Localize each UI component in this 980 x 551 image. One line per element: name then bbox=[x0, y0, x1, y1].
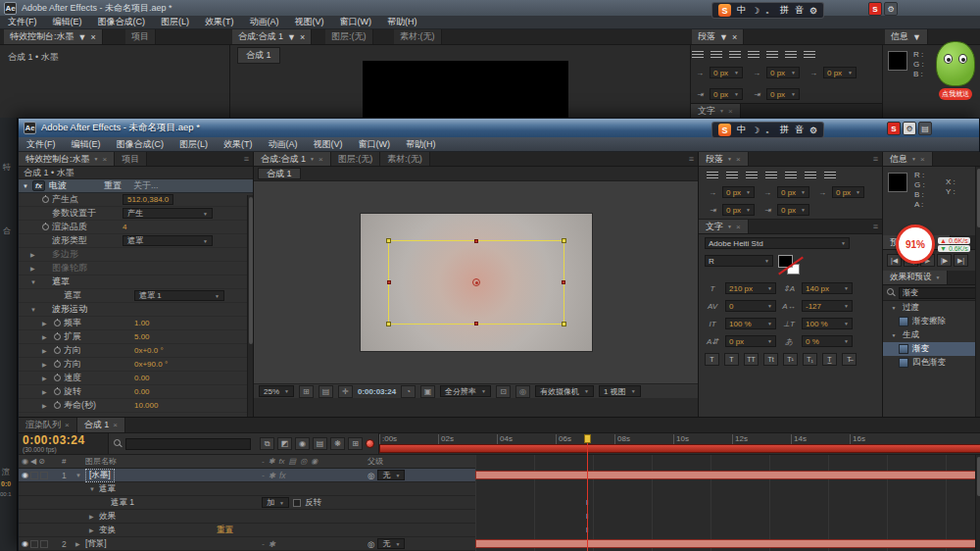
scrollbar[interactable] bbox=[975, 167, 980, 417]
menu-item[interactable]: 效果(T) bbox=[216, 138, 261, 151]
type-style-button[interactable]: TT bbox=[744, 353, 759, 366]
menu-item[interactable]: 图层(L) bbox=[172, 138, 216, 151]
comp-mini-tab[interactable]: 合成 1 bbox=[258, 168, 301, 179]
effect-point-icon[interactable] bbox=[472, 278, 480, 286]
margin-value[interactable]: 0 px bbox=[766, 88, 800, 100]
tsume-value[interactable]: 0 % bbox=[802, 335, 853, 347]
tray-tool-icon[interactable]: ⚙ bbox=[903, 122, 916, 135]
speed-monitor[interactable]: 91% ▲ 0.6K/s ▼ 0.6K/s bbox=[896, 225, 970, 264]
menu-item[interactable]: 帮助(H) bbox=[398, 138, 444, 151]
effect-property-row[interactable]: ▶ 多边形 bbox=[19, 248, 253, 262]
draft-3d-icon[interactable]: ◩ bbox=[277, 437, 292, 450]
close-icon[interactable]: × bbox=[732, 32, 737, 42]
ime-bar-top[interactable]: S 中 ☽ 。 拼 音 ⚙ bbox=[711, 2, 824, 19]
handle-right[interactable] bbox=[562, 280, 565, 284]
speed-percent-ball[interactable]: 91% bbox=[896, 225, 935, 264]
bg-comp-tab[interactable]: 合成 1 bbox=[237, 47, 280, 64]
mascot-promo-badge[interactable]: 点我就送 bbox=[939, 88, 972, 100]
menu-item[interactable]: 图像合成(C) bbox=[90, 16, 154, 28]
margin-value[interactable]: 0 px bbox=[777, 204, 809, 216]
menu-item[interactable]: 编辑(E) bbox=[64, 138, 109, 151]
align-center-icon[interactable] bbox=[726, 172, 738, 180]
menu-item[interactable]: 窗口(W) bbox=[332, 16, 380, 28]
stopwatch-icon[interactable] bbox=[54, 347, 61, 354]
margin-value[interactable]: 0 px bbox=[832, 186, 864, 198]
effect-property-row[interactable]: 渲染品质 4 bbox=[19, 221, 253, 234]
effect-property-row[interactable]: 波形类型 遮罩 bbox=[19, 234, 253, 248]
margin-value[interactable]: 0 px bbox=[710, 67, 743, 78]
layer-name[interactable]: [水墨] bbox=[85, 469, 115, 482]
justify-last-right-icon[interactable] bbox=[805, 172, 816, 180]
lock-toggle[interactable] bbox=[40, 540, 48, 548]
stopwatch-icon[interactable] bbox=[54, 388, 61, 395]
bg-tab-paragraph[interactable]: 段落▼× bbox=[692, 29, 744, 44]
scrollbar[interactable] bbox=[975, 455, 980, 551]
live-update-icon[interactable] bbox=[366, 439, 374, 448]
preset-item[interactable]: 四色渐变 bbox=[883, 356, 980, 370]
titlebar[interactable]: Ae Adobe After Effects - 未命名项目.aep * bbox=[19, 119, 979, 137]
margin-value[interactable]: 0 px bbox=[722, 204, 755, 216]
tray-sogou-icon[interactable]: S bbox=[868, 2, 882, 16]
align-right-icon[interactable] bbox=[729, 51, 741, 60]
effect-property-row[interactable]: 产生点 512.0,384.0 bbox=[19, 193, 253, 207]
tray-sogou-icon[interactable]: S bbox=[887, 122, 901, 135]
ime-pin[interactable]: 拼 bbox=[780, 4, 789, 17]
ime-mode[interactable]: 中 bbox=[737, 124, 746, 136]
justify-last-left-icon[interactable] bbox=[748, 51, 760, 60]
type-style-button[interactable]: T̶ bbox=[842, 353, 857, 366]
property-value[interactable]: 4 bbox=[122, 223, 126, 231]
twirl-icon[interactable]: ▼ bbox=[30, 307, 39, 313]
comp-timecode[interactable]: 0:00:03:24 bbox=[358, 387, 396, 396]
ime-punct[interactable]: 。 bbox=[765, 124, 774, 136]
menu-item[interactable]: 图像合成(C) bbox=[109, 138, 172, 151]
scrollbar[interactable] bbox=[247, 195, 253, 417]
fill-stroke-swatch[interactable] bbox=[778, 255, 802, 276]
hide-shy-icon[interactable]: ◉ bbox=[295, 437, 310, 450]
menu-item[interactable]: 文件(F) bbox=[19, 138, 64, 151]
twirl-icon[interactable]: ▶ bbox=[30, 265, 39, 272]
transparency-grid-icon[interactable]: ◎ bbox=[515, 385, 530, 398]
handle-top-right[interactable] bbox=[562, 238, 566, 243]
effect-property-row[interactable]: 参数设置于 产生 bbox=[19, 207, 253, 221]
twirl-closed-icon[interactable]: ▶ bbox=[89, 526, 99, 533]
parent-pickwhip-icon[interactable]: ◎ bbox=[368, 471, 374, 480]
effect-header-row[interactable]: ▼ fx 电波 重置 关于... bbox=[19, 179, 253, 193]
ime-yin[interactable]: 音 bbox=[795, 4, 804, 17]
horizontal-scale-value[interactable]: 100 % bbox=[802, 318, 853, 329]
effect-property-row[interactable]: ▶ 方向 0x+90.0 ° bbox=[19, 358, 253, 372]
effect-property-row[interactable]: ▶ 频率 1.00 bbox=[19, 317, 253, 330]
preset-item[interactable]: 渐变 bbox=[883, 342, 980, 356]
sogou-logo-icon[interactable]: S bbox=[718, 4, 731, 17]
ime-moon-icon[interactable]: ☽ bbox=[752, 125, 760, 135]
justify-last-center-icon[interactable] bbox=[766, 51, 778, 60]
tab-footage-viewer[interactable]: 素材:(无) bbox=[380, 152, 430, 166]
type-style-button[interactable]: Tt bbox=[763, 353, 778, 366]
menu-item[interactable]: 窗口(W) bbox=[351, 138, 399, 151]
view-layout-dropdown[interactable]: 1 视图 bbox=[599, 385, 641, 397]
camera-dropdown[interactable]: 有效摄像机 bbox=[535, 385, 594, 397]
menu-item[interactable]: 图层(L) bbox=[153, 16, 197, 28]
close-icon[interactable]: × bbox=[728, 107, 733, 116]
handle-bottom-right[interactable] bbox=[562, 322, 566, 326]
promo-mascot[interactable]: 点我就送 bbox=[931, 41, 980, 100]
close-icon[interactable]: × bbox=[102, 155, 107, 164]
track-area[interactable]: I I I bbox=[475, 455, 980, 551]
bg-tab-footage[interactable]: 素材:(无) bbox=[394, 29, 442, 44]
effect-about-link[interactable]: 关于... bbox=[133, 179, 159, 192]
sogou-logo-icon[interactable]: S bbox=[718, 124, 731, 136]
preset-item[interactable]: 渐变擦除 bbox=[883, 315, 980, 328]
tab-paragraph[interactable]: 段落▼× bbox=[699, 152, 749, 166]
property-value[interactable]: 产生 bbox=[122, 208, 213, 219]
type-style-button[interactable]: T¹ bbox=[783, 353, 798, 366]
crosshair-icon[interactable]: ✛ bbox=[338, 385, 353, 398]
margin-value[interactable]: 0 px bbox=[722, 186, 755, 198]
leading-value[interactable]: 140 px bbox=[802, 282, 853, 294]
menu-item[interactable]: 视图(V) bbox=[287, 16, 332, 28]
close-icon[interactable]: × bbox=[90, 32, 95, 42]
handle-bottom-left[interactable] bbox=[386, 322, 391, 326]
audio-toggle[interactable] bbox=[30, 472, 38, 479]
property-value[interactable]: 遮罩 1 bbox=[134, 290, 224, 301]
panel-menu-icon[interactable]: ≡ bbox=[685, 152, 698, 166]
stopwatch-icon[interactable] bbox=[54, 402, 61, 409]
mask-name[interactable]: 遮罩 1 bbox=[111, 497, 262, 509]
